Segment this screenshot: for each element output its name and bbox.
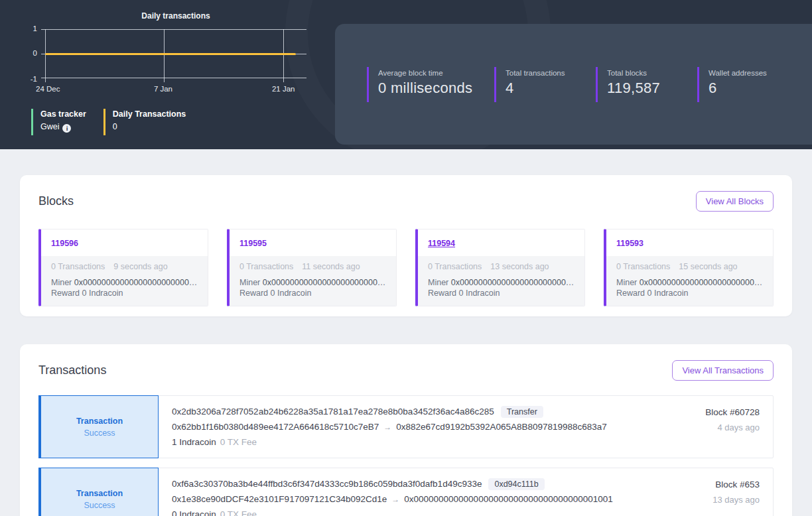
- stat-value: 119,587: [607, 80, 697, 97]
- block-tx-count: 0 Transactions: [616, 262, 670, 271]
- transaction-method-badge: 0xd94c111b: [488, 478, 544, 490]
- stat-wallet-addresses: Wallet addresses 6: [697, 67, 767, 102]
- stat-total-transactions: Total transactions 4: [494, 67, 596, 102]
- gridline: [45, 29, 306, 30]
- block-tx-count: 0 Transactions: [428, 262, 482, 271]
- miner-label: Miner: [239, 278, 260, 287]
- block-number-link[interactable]: 119596: [51, 239, 78, 248]
- stat-value: 4: [506, 80, 596, 97]
- stat-value: 0 milliseconds: [378, 80, 494, 97]
- legend-gas-tracker[interactable]: Gas tracker Gweii: [31, 109, 86, 135]
- block-tx-count: 0 Transactions: [239, 262, 293, 271]
- block-tile: 119593 0 Transactions 15 seconds ago Min…: [604, 229, 774, 306]
- block-age: 15 seconds ago: [679, 262, 737, 271]
- legend-daily-transactions-value: 0: [113, 122, 186, 131]
- gridline: [45, 78, 306, 78]
- arrow-right-icon: →: [391, 495, 399, 504]
- legend-daily-transactions-title: Daily Transactions: [113, 109, 186, 119]
- block-age: 11 seconds ago: [302, 262, 360, 271]
- miner-address-link[interactable]: 0x00000000000000000000000000000000000000…: [451, 278, 575, 287]
- block-tx-count: 0 Transactions: [51, 262, 105, 271]
- transaction-type-label: Transaction: [76, 489, 123, 498]
- miner-address-link[interactable]: 0x00000000000000000000000000000000000000…: [640, 278, 763, 287]
- axis-tick: [41, 29, 45, 30]
- stat-label: Wallet addresses: [709, 69, 767, 77]
- gridline: [45, 29, 46, 82]
- view-all-transactions-button[interactable]: View All Transactions: [672, 360, 774, 381]
- from-address-link[interactable]: 0x1e38ce90dDCF42e3101F917097121C34b092Cd…: [172, 494, 387, 504]
- stat-value: 6: [709, 80, 767, 97]
- transactions-list: Transaction Success 0x2db3206a728f7052ab…: [38, 395, 774, 516]
- transaction-row: Transaction Success 0x2db3206a728f7052ab…: [38, 395, 774, 458]
- stat-average-block-time: Average block time 0 milliseconds: [367, 67, 494, 102]
- arrow-right-icon: →: [383, 422, 391, 432]
- block-reward: Reward 0 Indracoin: [51, 289, 198, 298]
- transaction-age: 4 days ago: [673, 422, 760, 432]
- from-address-link[interactable]: 0x62bb1f16b0380d489ee4172A664618c5710c7e…: [172, 422, 379, 432]
- transactions-section-title: Transactions: [38, 363, 106, 377]
- transaction-fee: 0 TX Fee: [220, 509, 257, 516]
- x-axis-label: 7 Jan: [154, 85, 172, 93]
- block-number-link[interactable]: 119593: [616, 239, 643, 248]
- transaction-row: Transaction Success 0xf6a3c30370ba3b4e44…: [38, 468, 774, 516]
- transaction-status-label: Success: [84, 428, 115, 438]
- axis-tick: [41, 78, 45, 78]
- chart-plot-area: 1 0 -1 24 Dec 7 Jan 21 Jan: [45, 29, 306, 78]
- legend-gas-tracker-unit: Gwei: [40, 122, 59, 131]
- legend-gas-tracker-title: Gas tracker: [40, 109, 86, 119]
- x-axis-label: 21 Jan: [272, 85, 295, 93]
- block-reward: Reward 0 Indracoin: [616, 289, 763, 298]
- info-icon[interactable]: i: [62, 124, 71, 133]
- daily-transactions-chart: Daily transactions 1 0 -1 24 Dec 7 Jan 2…: [0, 0, 335, 149]
- block-tile: 119596 0 Transactions 9 seconds ago Mine…: [38, 229, 208, 306]
- transaction-hash-link[interactable]: 0xf6a3c30370ba3b4e44ffbd3c6f347d4333cc9b…: [172, 479, 482, 489]
- transaction-age: 13 days ago: [673, 495, 760, 505]
- block-tile: 119595 0 Transactions 11 seconds ago Min…: [227, 229, 397, 306]
- daily-transactions-series-line: [45, 53, 296, 55]
- miner-address-link[interactable]: 0x00000000000000000000000000000000000000…: [263, 278, 386, 287]
- view-all-blocks-button[interactable]: View All Blocks: [696, 191, 774, 212]
- to-address-link[interactable]: 0x00000000000000000000000000000000000010…: [404, 494, 613, 504]
- legend-daily-transactions[interactable]: Daily Transactions 0: [103, 109, 186, 135]
- y-axis-label: 1: [16, 25, 37, 32]
- x-axis-label: 24 Dec: [36, 85, 60, 93]
- transaction-block-link[interactable]: Block #653: [673, 480, 760, 489]
- hero-section: Daily transactions 1 0 -1 24 Dec 7 Jan 2…: [0, 0, 812, 149]
- transaction-value: 0 Indracoin: [172, 509, 216, 516]
- gridline: [283, 29, 284, 82]
- transaction-status-badge: Transaction Success: [38, 468, 159, 516]
- blocks-grid: 119596 0 Transactions 9 seconds ago Mine…: [38, 229, 774, 306]
- stat-label: Total transactions: [506, 69, 596, 77]
- stat-label: Total blocks: [607, 69, 697, 77]
- miner-address-link[interactable]: 0x00000000000000000000000000000000000000…: [74, 278, 198, 287]
- blocks-card: Blocks View All Blocks 119596 0 Transact…: [20, 175, 792, 316]
- block-number-link[interactable]: 119594: [428, 239, 455, 248]
- block-number-link[interactable]: 119595: [239, 239, 267, 248]
- gridline: [164, 29, 165, 82]
- transaction-method-badge: Transfer: [501, 406, 543, 418]
- miner-label: Miner: [616, 278, 637, 287]
- transaction-status-badge: Transaction Success: [38, 395, 159, 458]
- chart-title: Daily transactions: [45, 11, 306, 21]
- transaction-value: 1 Indracoin: [172, 437, 216, 447]
- transaction-status-label: Success: [84, 501, 115, 510]
- block-reward: Reward 0 Indracoin: [239, 289, 386, 298]
- y-axis-label: 0: [16, 49, 37, 57]
- transaction-fee: 0 TX Fee: [220, 437, 257, 447]
- transaction-block-link[interactable]: Block #60728: [673, 407, 760, 417]
- transaction-hash-link[interactable]: 0x2db3206a728f7052ab24b6228a35a1781a17ea…: [172, 407, 494, 417]
- transaction-type-label: Transaction: [76, 417, 123, 426]
- y-axis-label: -1: [16, 75, 37, 83]
- blocks-section-title: Blocks: [38, 194, 74, 208]
- block-age: 9 seconds ago: [113, 262, 167, 271]
- stat-total-blocks: Total blocks 119,587: [596, 67, 697, 102]
- to-address-link[interactable]: 0x882e67cd9192b5392A065A8B8097819988c683…: [396, 422, 607, 432]
- network-stats-panel: Average block time 0 milliseconds Total …: [335, 24, 812, 145]
- page-content: Blocks View All Blocks 119596 0 Transact…: [0, 175, 812, 516]
- chart-legend: Gas tracker Gweii Daily Transactions 0: [31, 109, 186, 135]
- block-reward: Reward 0 Indracoin: [428, 289, 575, 298]
- transactions-card: Transactions View All Transactions Trans…: [20, 344, 792, 516]
- stat-label: Average block time: [378, 69, 494, 77]
- miner-label: Miner: [51, 278, 72, 287]
- block-age: 13 seconds ago: [490, 262, 549, 271]
